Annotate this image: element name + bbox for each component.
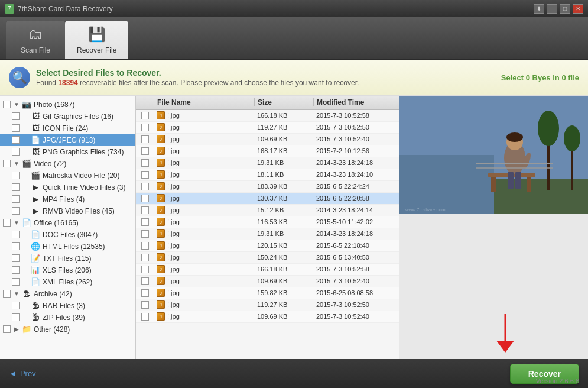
file-row[interactable]: J!.jpg109.69 KB2015-7-3 10:52:40 xyxy=(136,134,399,146)
tree-label-16: XML Files (262) xyxy=(43,278,92,286)
file-row[interactable]: J!.jpg116.53 KB2015-5-10 11:42:02 xyxy=(136,216,399,228)
file-name: !.jpg xyxy=(167,254,180,261)
file-checkbox-2[interactable] xyxy=(141,124,149,131)
tree-checkbox-14[interactable] xyxy=(12,254,20,262)
file-checkbox-4[interactable] xyxy=(141,147,149,155)
file-row[interactable]: J!.jpg166.18 KB2015-7-3 10:52:58 xyxy=(136,264,399,276)
tree-checkbox-15[interactable] xyxy=(12,266,20,274)
tree-checkbox-6[interactable] xyxy=(3,160,11,167)
tree-item-17[interactable]: ▼🗜Archive (42) xyxy=(0,288,135,300)
file-row[interactable]: J!.jpg159.82 KB2015-6-25 08:08:58 xyxy=(136,287,399,299)
tree-checkbox-18[interactable] xyxy=(12,302,20,309)
file-row[interactable]: J!.jpg150.24 KB2015-6-5 13:40:50 xyxy=(136,252,399,264)
file-checkbox-13[interactable] xyxy=(141,254,149,261)
tree-item-7[interactable]: 🎬Matroska Video File (20) xyxy=(0,170,135,182)
tab-recover-file[interactable]: 💾 Recover File xyxy=(65,21,128,59)
tree-checkbox-7[interactable] xyxy=(12,172,20,179)
tree-icon-4: 📄 xyxy=(31,135,40,145)
file-row[interactable]: J!.jpg18.11 KB2014-3-23 18:24:10 xyxy=(136,169,399,181)
file-checkbox-17[interactable] xyxy=(141,301,149,309)
file-row[interactable]: J!.jpg166.18 KB2015-7-3 10:52:58 xyxy=(136,110,399,122)
file-row[interactable]: J!.jpg19.31 KB2014-3-23 18:24:18 xyxy=(136,157,399,169)
file-size: 109.69 KB xyxy=(254,313,313,320)
file-checkbox-9[interactable] xyxy=(141,206,149,214)
file-checkbox-12[interactable] xyxy=(141,242,149,250)
tree-item-5[interactable]: 🖼PNG Graphics Files (734) xyxy=(0,146,135,158)
tree-item-10[interactable]: ▶RMVB Video Files (45) xyxy=(0,205,135,217)
file-row[interactable]: J!.jpg119.27 KB2015-7-3 10:52:50 xyxy=(136,122,399,134)
file-row[interactable]: J!.jpg15.12 KB2014-3-23 18:24:14 xyxy=(136,205,399,216)
tree-checkbox-8[interactable] xyxy=(12,183,20,191)
file-checkbox-6[interactable] xyxy=(141,171,149,179)
close-btn[interactable]: ✕ xyxy=(573,4,583,14)
tree-item-11[interactable]: ▼📄Office (16165) xyxy=(0,217,135,229)
tree-item-19[interactable]: 🗜ZIP Files (39) xyxy=(0,312,135,324)
file-checkbox-14[interactable] xyxy=(141,266,149,273)
tree-item-20[interactable]: ▶📁Other (428) xyxy=(0,324,135,335)
file-rows: J!.jpg166.18 KB2015-7-3 10:52:58J!.jpg11… xyxy=(136,110,399,360)
tree-icon-15: 📊 xyxy=(31,266,40,275)
tree-checkbox-12[interactable] xyxy=(12,231,20,238)
tab-scan-file[interactable]: 🗂 Scan File xyxy=(6,21,65,59)
tree-item-12[interactable]: 📄DOC Files (3047) xyxy=(0,229,135,241)
file-checkbox-5[interactable] xyxy=(141,159,149,167)
file-type-icon: J xyxy=(157,170,165,179)
maximize-btn[interactable]: □ xyxy=(560,4,570,14)
file-checkbox-15[interactable] xyxy=(141,277,149,285)
tree-checkbox-1[interactable] xyxy=(3,101,11,108)
file-checkbox-11[interactable] xyxy=(141,230,149,238)
file-checkbox-8[interactable] xyxy=(141,195,149,202)
file-row[interactable]: J!.jpg168.17 KB2015-7-2 10:12:56 xyxy=(136,146,399,157)
tree-checkbox-16[interactable] xyxy=(12,278,20,286)
file-row[interactable]: J!.jpg130.37 KB2015-6-5 22:20:58 xyxy=(136,193,399,205)
tree-item-18[interactable]: 🗜RAR Files (3) xyxy=(0,300,135,312)
tree-checkbox-3[interactable] xyxy=(12,124,20,132)
tree-checkbox-4[interactable] xyxy=(12,136,20,144)
file-checkbox-10[interactable] xyxy=(141,218,149,226)
file-row[interactable]: J!.jpg19.31 KB2014-3-23 18:24:18 xyxy=(136,228,399,240)
file-row[interactable]: J!.jpg109.69 KB2015-7-3 10:52:40 xyxy=(136,276,399,287)
file-checkbox-1[interactable] xyxy=(141,112,149,119)
file-type-icon: J xyxy=(157,159,165,167)
tree-item-15[interactable]: 📊XLS Files (206) xyxy=(0,264,135,276)
file-row[interactable]: J!.jpg119.27 KB2015-7-3 10:52:50 xyxy=(136,299,399,311)
tree-checkbox-11[interactable] xyxy=(3,219,11,227)
tree-expander-17[interactable]: ▼ xyxy=(13,290,20,298)
tree-item-9[interactable]: ▶MP4 Files (4) xyxy=(0,193,135,205)
tree-expander-11[interactable]: ▼ xyxy=(13,219,20,227)
file-row[interactable]: J!.jpg183.39 KB2015-6-5 22:24:24 xyxy=(136,181,399,193)
minimize-btn[interactable]: — xyxy=(547,4,557,14)
tree-checkbox-19[interactable] xyxy=(12,313,20,321)
tree-checkbox-17[interactable] xyxy=(3,290,11,298)
tree-checkbox-10[interactable] xyxy=(12,207,20,215)
tree-checkbox-9[interactable] xyxy=(12,195,20,203)
file-name: !.jpg xyxy=(167,218,180,225)
tree-item-4[interactable]: 📄JPG/JPEG (913) xyxy=(0,134,135,146)
tree-expander-20[interactable]: ▶ xyxy=(13,326,20,333)
tree-expander-1[interactable]: ▼ xyxy=(13,101,20,108)
tree-item-16[interactable]: 📄XML Files (262) xyxy=(0,276,135,288)
tree-checkbox-20[interactable] xyxy=(3,325,11,333)
tree-item-8[interactable]: ▶Quick Time Video Files (3) xyxy=(0,182,135,193)
tree-item-13[interactable]: 🌐HTML Files (12535) xyxy=(0,241,135,253)
file-size: 19.31 KB xyxy=(254,159,313,166)
tree-checkbox-5[interactable] xyxy=(12,148,20,156)
file-size: 166.18 KB xyxy=(254,112,313,119)
tree-item-14[interactable]: 📝TXT Files (115) xyxy=(0,253,135,264)
tree-checkbox-2[interactable] xyxy=(12,112,20,120)
tree-checkbox-13[interactable] xyxy=(12,242,20,250)
tree-item-2[interactable]: 🖼Gif Graphics Files (16) xyxy=(0,111,135,122)
prev-button[interactable]: ◄ Prev xyxy=(9,369,36,378)
file-row[interactable]: J!.jpg120.15 KB2015-6-5 22:18:40 xyxy=(136,240,399,252)
file-checkbox-16[interactable] xyxy=(141,289,149,297)
tree-icon-19: 🗜 xyxy=(31,313,40,322)
file-row[interactable]: J!.jpg109.69 KB2015-7-3 10:52:40 xyxy=(136,311,399,323)
download-btn[interactable]: ⬇ xyxy=(534,4,544,14)
file-checkbox-3[interactable] xyxy=(141,135,149,143)
tree-item-3[interactable]: 🖼ICON File (24) xyxy=(0,122,135,134)
tree-item-1[interactable]: ▼📷Photo (1687) xyxy=(0,99,135,111)
tree-expander-6[interactable]: ▼ xyxy=(13,160,20,167)
file-checkbox-7[interactable] xyxy=(141,183,149,190)
tree-item-6[interactable]: ▼🎬Video (72) xyxy=(0,158,135,170)
file-checkbox-18[interactable] xyxy=(141,313,149,321)
